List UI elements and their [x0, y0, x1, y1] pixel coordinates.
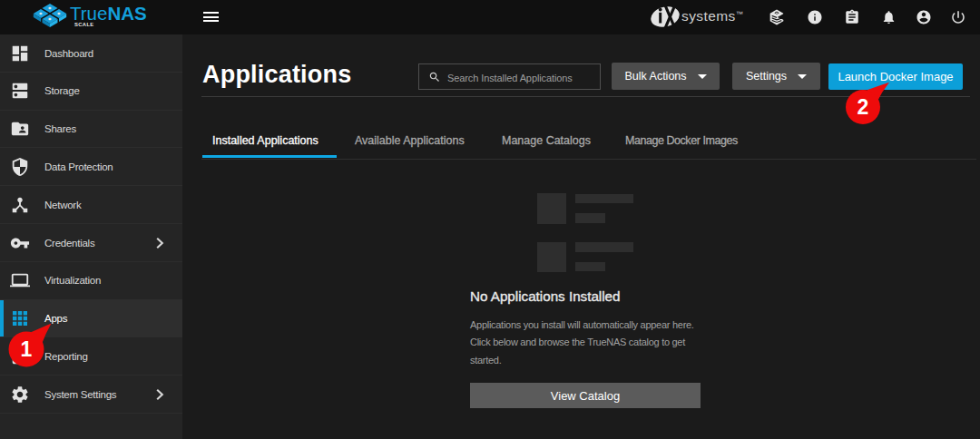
svg-text:1: 1 — [21, 337, 33, 361]
svg-text:2: 2 — [858, 95, 869, 119]
